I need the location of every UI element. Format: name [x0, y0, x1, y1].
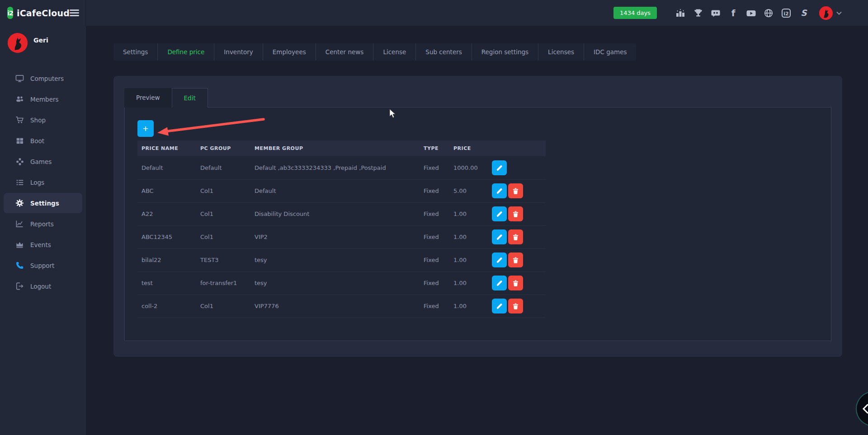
sidebar-item-label: Boot — [30, 137, 44, 145]
sidebar-item-settings[interactable]: Settings — [4, 193, 82, 213]
price-name-cell: Default — [137, 156, 196, 179]
delete-row-button[interactable] — [508, 183, 523, 198]
table-row: A22 Col1 Disability Discount Fixed 1.00 — [137, 202, 546, 225]
sidebar-item-games[interactable]: Games — [4, 151, 82, 172]
member-group-cell: VIP2 — [250, 225, 420, 248]
sidebar-item-label: Computers — [30, 75, 64, 82]
brand-title: iCafeCloud — [17, 8, 70, 18]
pc-group-cell: Default — [196, 156, 250, 179]
trash-icon — [513, 303, 519, 309]
price-name-cell: ABC — [137, 179, 196, 202]
type-cell: Fixed — [420, 295, 449, 318]
type-cell: Fixed — [420, 179, 449, 202]
price-cell: 1.00 — [449, 248, 488, 271]
tab-settings[interactable]: Settings — [113, 43, 157, 61]
days-badge[interactable]: 1434 days — [613, 7, 657, 19]
price-name-cell: bilal22 — [137, 248, 196, 271]
chevron-down-icon[interactable] — [836, 11, 842, 15]
pc-group-cell: TEST3 — [196, 248, 250, 271]
tab-idc-games[interactable]: IDC games — [584, 43, 636, 61]
pc-group-cell: for-transfer1 — [196, 271, 250, 295]
sidebar-user-block: Geri — [0, 26, 86, 53]
edit-row-button[interactable] — [492, 160, 507, 175]
sidebar-item-boot[interactable]: Boot — [4, 131, 82, 151]
price-cell: 1.00 — [449, 202, 488, 225]
table-row: bilal22 TEST3 tesy Fixed 1.00 — [137, 248, 546, 271]
sidebar-item-computers[interactable]: Computers — [4, 68, 82, 89]
delete-row-button[interactable] — [508, 253, 523, 267]
leaderboard-icon[interactable] — [675, 8, 686, 19]
edit-row-button[interactable] — [492, 276, 507, 290]
sidebar-item-label: Members — [30, 96, 59, 103]
pc-group-cell: Col1 — [196, 202, 250, 225]
pencil-icon — [496, 165, 502, 171]
tab-licenses[interactable]: Licenses — [538, 43, 584, 61]
sidebar-item-label: Games — [30, 158, 52, 165]
edit-row-button[interactable] — [492, 183, 507, 198]
logs-icon — [15, 178, 24, 187]
trophy-icon[interactable] — [693, 8, 703, 19]
pencil-icon — [496, 303, 502, 309]
table-row: Default Default Default ,ab3c3333234333 … — [137, 156, 546, 179]
user-avatar[interactable] — [819, 6, 833, 20]
tab-preview[interactable]: Preview — [124, 88, 172, 108]
edit-row-button[interactable] — [492, 253, 507, 267]
sidebar-item-label: Shop — [30, 117, 46, 124]
member-group-cell: Disability Discount — [250, 202, 420, 225]
tab-employees[interactable]: Employees — [263, 43, 316, 61]
table-row: test for-transfer1 tesy Fixed 1.00 — [137, 271, 546, 295]
tab-license[interactable]: License — [373, 43, 415, 61]
edit-row-button[interactable] — [492, 229, 507, 244]
facebook-icon[interactable]: f — [728, 8, 739, 19]
type-cell: Fixed — [420, 225, 449, 248]
col-member-group: MEMBER GROUP — [250, 140, 420, 156]
col-price-name: PRICE NAME — [137, 140, 196, 156]
chevron-left-icon — [862, 404, 868, 414]
hamburger-menu-icon[interactable] — [70, 8, 79, 18]
tab-inventory[interactable]: Inventory — [214, 43, 262, 61]
sidebar-item-logs[interactable]: Logs — [4, 172, 82, 192]
sidebar-item-support[interactable]: Support — [4, 255, 82, 276]
brand-s-glyph: S — [801, 8, 807, 18]
trash-icon — [513, 257, 519, 263]
pc-group-cell: Col1 — [196, 225, 250, 248]
delete-row-button[interactable] — [508, 206, 523, 221]
sidebar-item-shop[interactable]: Shop — [4, 110, 82, 130]
brand-s-icon[interactable]: S — [798, 8, 809, 19]
table-row: coll-2 Col1 VIP7776 Fixed 1.00 — [137, 295, 546, 318]
trash-icon — [513, 234, 519, 240]
discord-icon[interactable] — [710, 8, 721, 19]
pc-group-cell: Col1 — [196, 295, 250, 318]
delete-row-button[interactable] — [508, 299, 523, 313]
sidebar-item-label: Settings — [30, 200, 59, 207]
gear-icon — [15, 199, 24, 207]
sidebar-nav: Computers Members Shop Boot Games Logs S… — [0, 68, 86, 296]
price-cell: 1.00 — [449, 271, 488, 295]
tab-edit[interactable]: Edit — [172, 88, 208, 108]
price-name-cell: A22 — [137, 202, 196, 225]
type-cell: Fixed — [420, 271, 449, 295]
price-name-cell: ABC12345 — [137, 225, 196, 248]
price-cell: 1.00 — [449, 225, 488, 248]
type-cell: Fixed — [420, 156, 449, 179]
sidebar-item-logout[interactable]: Logout — [4, 276, 82, 296]
globe-icon[interactable] — [763, 8, 774, 19]
edit-row-button[interactable] — [492, 206, 507, 221]
topbar-icon-row: f i2 S — [675, 8, 809, 19]
pencil-icon — [496, 234, 502, 240]
sidebar-item-events[interactable]: Events — [4, 234, 82, 255]
edit-row-button[interactable] — [492, 299, 507, 313]
tab-define-price[interactable]: Define price — [157, 43, 214, 61]
sidebar-item-label: Logout — [30, 283, 51, 290]
tab-sub-centers[interactable]: Sub centers — [415, 43, 471, 61]
tab-center-news[interactable]: Center news — [316, 43, 373, 61]
icafecloud-icon[interactable]: i2 — [781, 8, 792, 19]
sidebar-item-members[interactable]: Members — [4, 89, 82, 109]
sidebar-item-reports[interactable]: Reports — [4, 214, 82, 234]
delete-row-button[interactable] — [508, 276, 523, 290]
youtube-icon[interactable] — [745, 8, 756, 19]
delete-row-button[interactable] — [508, 229, 523, 244]
add-price-button[interactable]: + — [137, 120, 154, 137]
crown-icon — [15, 240, 24, 249]
tab-region-settings[interactable]: Region settings — [472, 43, 538, 61]
